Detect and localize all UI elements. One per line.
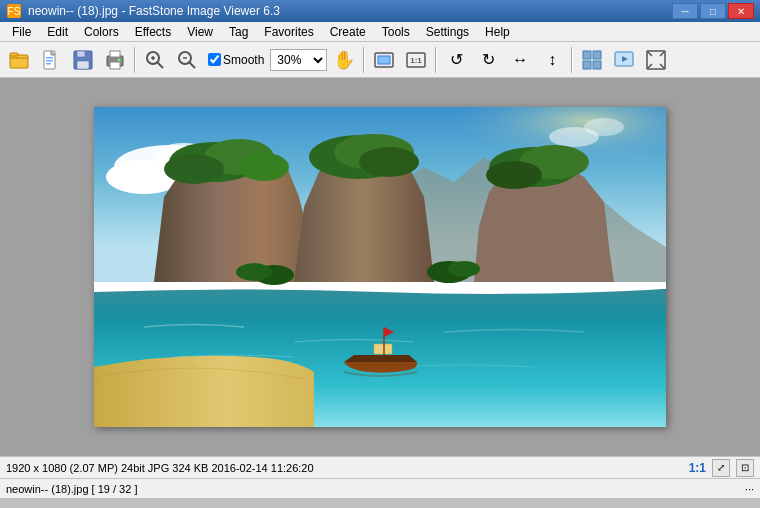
rotate-left-button[interactable]: ↺ (441, 46, 471, 74)
menu-favorites[interactable]: Favorites (256, 22, 321, 42)
smooth-label[interactable]: Smooth (223, 53, 264, 67)
separator-1 (134, 47, 136, 73)
svg-rect-7 (46, 63, 51, 65)
footer-filename: neowin-- (18).jpg [ 19 / 32 ] (6, 483, 137, 495)
title-text: neowin-- (18).jpg - FastStone Image View… (28, 4, 280, 18)
separator-3 (435, 47, 437, 73)
menu-file[interactable]: File (4, 22, 39, 42)
title-bar-left: FS neowin-- (18).jpg - FastStone Image V… (6, 3, 280, 19)
menu-tag[interactable]: Tag (221, 22, 256, 42)
svg-point-56 (486, 161, 542, 189)
image-container (94, 107, 666, 427)
svg-point-58 (236, 263, 272, 281)
open-file-button[interactable] (36, 46, 66, 74)
separator-4 (571, 47, 573, 73)
svg-rect-27 (593, 51, 601, 59)
close-button[interactable]: ✕ (728, 3, 754, 19)
svg-rect-63 (94, 290, 666, 320)
fullscreen-button[interactable] (641, 46, 671, 74)
svg-rect-28 (583, 61, 591, 69)
footer-bar: neowin-- (18).jpg [ 19 / 32 ] ··· (0, 478, 760, 498)
zoom-in-button[interactable] (140, 46, 170, 74)
ratio-badge: 1:1 (689, 461, 706, 475)
flip-v-button[interactable]: ↕ (537, 46, 567, 74)
svg-point-53 (359, 147, 419, 177)
title-bar: FS neowin-- (18).jpg - FastStone Image V… (0, 0, 760, 22)
svg-rect-13 (110, 62, 120, 69)
footer-dots: ··· (745, 483, 754, 495)
actual-size-status-button[interactable]: ⊡ (736, 459, 754, 477)
flip-h-button[interactable]: ↔ (505, 46, 535, 74)
smooth-checkbox[interactable] (208, 53, 221, 66)
menu-colors[interactable]: Colors (76, 22, 127, 42)
photo-canvas (94, 107, 666, 427)
svg-point-46 (584, 118, 624, 136)
separator-2 (363, 47, 365, 73)
svg-rect-29 (593, 61, 601, 69)
svg-line-18 (157, 62, 163, 68)
svg-rect-26 (583, 51, 591, 59)
save-button[interactable] (68, 46, 98, 74)
zoom-out-button[interactable] (172, 46, 202, 74)
zoom-select[interactable]: 10% 25% 30% 50% 75% 100% 150% 200% (270, 49, 327, 71)
smooth-checkbox-group: Smooth (208, 53, 264, 67)
svg-rect-12 (110, 51, 120, 57)
svg-rect-3 (10, 53, 18, 56)
rotate-right-button[interactable]: ↻ (473, 46, 503, 74)
menu-view[interactable]: View (179, 22, 221, 42)
fit-icon-button[interactable]: ⤢ (712, 459, 730, 477)
minimize-button[interactable]: ─ (672, 3, 698, 19)
toolbar: Smooth 10% 25% 30% 50% 75% 100% 150% 200… (0, 42, 760, 78)
maximize-button[interactable]: □ (700, 3, 726, 19)
status-bar: 1920 x 1080 (2.07 MP) 24bit JPG 324 KB 2… (0, 456, 760, 478)
svg-line-21 (189, 62, 195, 68)
svg-point-60 (448, 261, 480, 277)
print-button[interactable] (100, 46, 130, 74)
menu-bar: File Edit Colors Effects View Tag Favori… (0, 22, 760, 42)
svg-point-14 (118, 58, 121, 61)
pan-tool-button[interactable]: ✋ (329, 46, 359, 74)
menu-effects[interactable]: Effects (127, 22, 179, 42)
svg-text:1:1: 1:1 (411, 56, 423, 65)
svg-rect-9 (77, 51, 85, 57)
image-info: 1920 x 1080 (2.07 MP) 24bit JPG 324 KB 2… (6, 462, 314, 474)
fit-window-button[interactable] (369, 46, 399, 74)
menu-tools[interactable]: Tools (374, 22, 418, 42)
svg-rect-10 (77, 61, 89, 69)
menu-help[interactable]: Help (477, 22, 518, 42)
svg-point-50 (239, 153, 289, 181)
app-icon: FS (6, 3, 22, 19)
main-area (0, 78, 760, 456)
svg-rect-61 (374, 344, 392, 354)
svg-point-49 (164, 154, 224, 184)
svg-rect-5 (46, 57, 53, 59)
slideshow-button[interactable] (609, 46, 639, 74)
title-controls: ─ □ ✕ (672, 3, 754, 19)
open-folder-button[interactable] (4, 46, 34, 74)
svg-text:FS: FS (8, 6, 21, 17)
status-right: 1:1 ⤢ ⊡ (689, 459, 754, 477)
thumbnail-button[interactable] (577, 46, 607, 74)
menu-settings[interactable]: Settings (418, 22, 477, 42)
svg-rect-2 (10, 55, 28, 68)
actual-size-button[interactable]: 1:1 (401, 46, 431, 74)
svg-rect-6 (46, 60, 53, 62)
svg-rect-23 (378, 56, 390, 64)
menu-create[interactable]: Create (322, 22, 374, 42)
menu-edit[interactable]: Edit (39, 22, 76, 42)
